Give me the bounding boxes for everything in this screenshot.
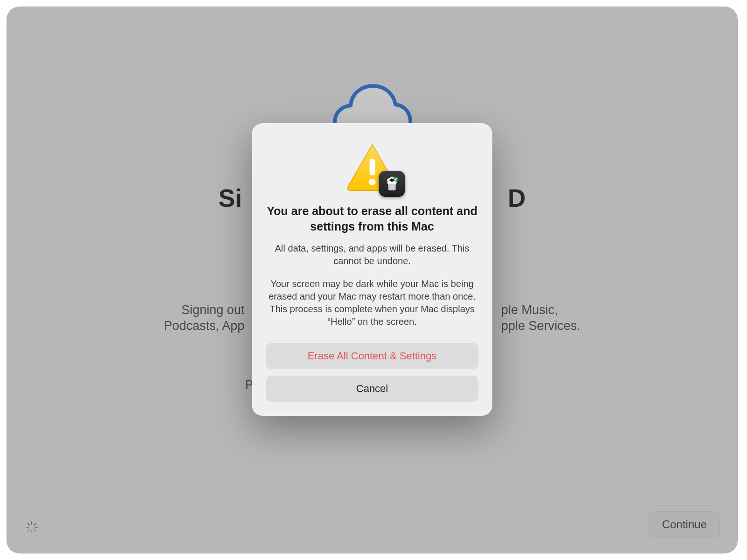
alert-body-2: Your screen may be dark while your Mac i…: [266, 278, 479, 328]
loading-spinner-icon: [25, 521, 38, 534]
svg-line-7: [34, 524, 35, 525]
svg-rect-8: [369, 159, 375, 175]
continue-button-label: Continue: [662, 518, 707, 531]
warning-icon: [344, 142, 400, 193]
svg-point-9: [369, 179, 375, 185]
alert-body-1: All data, settings, and apps will be era…: [266, 242, 479, 267]
cancel-button[interactable]: Cancel: [266, 376, 479, 402]
alert-title: You are about to erase all content and s…: [266, 203, 479, 234]
erase-all-button[interactable]: Erase All Content & Settings: [266, 343, 479, 369]
erase-all-button-label: Erase All Content & Settings: [308, 350, 437, 362]
erase-assistant-app-icon: [379, 171, 405, 197]
svg-line-6: [28, 530, 29, 531]
assistant-window: Si D Enter the p cloud.com" Signing out …: [7, 7, 738, 553]
continue-button[interactable]: Continue: [649, 511, 720, 538]
svg-line-5: [34, 530, 35, 531]
svg-line-4: [28, 524, 29, 525]
svg-rect-10: [388, 184, 395, 190]
svg-point-11: [393, 177, 398, 182]
erase-confirmation-alert: You are about to erase all content and s…: [252, 123, 493, 416]
cancel-button-label: Cancel: [356, 383, 388, 395]
footer-divider: [7, 505, 738, 505]
